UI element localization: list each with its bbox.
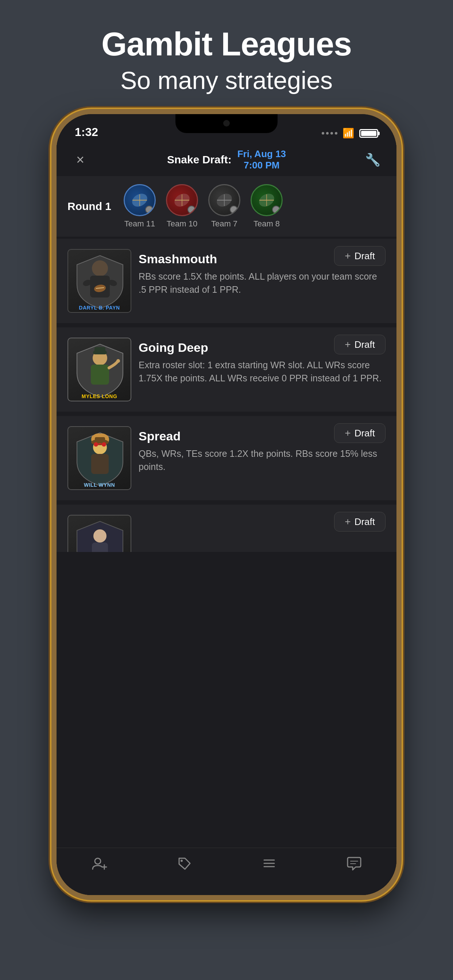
team-avatar-red [166, 184, 198, 216]
svg-rect-20 [94, 347, 105, 353]
status-icons: 📶 [322, 127, 378, 139]
strategy-desc-2: Extra roster slot: 1 extra starting WR s… [139, 358, 386, 385]
tab-tag[interactable] [162, 855, 206, 871]
tag-icon [176, 855, 192, 871]
svg-point-34 [180, 860, 183, 862]
phone-frame: 1:32 📶 × [51, 109, 402, 900]
character-myles: MYLES LONG [67, 337, 131, 401]
team-item-10[interactable]: Team 10 [166, 184, 198, 229]
header-title: Gambit Leagues [0, 25, 453, 63]
strategy-card-smashmouth: + Draft [57, 239, 396, 323]
wrench-icon: 🔧 [365, 153, 380, 167]
top-nav: × Snake Draft: Fri, Aug 13 7:00 PM 🔧 [57, 143, 396, 176]
chat-icon [346, 855, 362, 871]
header-subtitle: So many strategies [0, 66, 453, 94]
team-name-10: Team 10 [167, 219, 197, 229]
svg-rect-30 [92, 542, 108, 552]
strategy-card-spread: + Draft [57, 416, 396, 500]
strategy-desc-3: QBs, WRs, TEs score 1.2X the points. RBs… [139, 447, 386, 474]
character-daryl: DARYL B. PAYN [67, 249, 131, 313]
round-section: Round 1 Team 11 [57, 176, 396, 237]
team-avatar-dark [208, 184, 240, 216]
strategy-card-4: + Draft [57, 504, 396, 552]
svg-point-27 [94, 442, 98, 447]
nav-center: Snake Draft: Fri, Aug 13 7:00 PM [167, 148, 286, 171]
nav-title: Snake Draft: [167, 153, 231, 166]
battery-icon [359, 129, 378, 138]
header-area: Gambit Leagues So many strategies [0, 0, 453, 109]
svg-point-31 [95, 858, 100, 864]
char-name-will: WILL WYNN [68, 482, 131, 488]
tab-bar [57, 848, 396, 895]
signal-icon [322, 132, 337, 135]
settings-button[interactable]: 🔧 [364, 151, 382, 169]
team-avatar-green [250, 184, 283, 216]
svg-rect-26 [91, 454, 109, 474]
nav-date: Fri, Aug 13 7:00 PM [238, 148, 286, 171]
draft-label-3: Draft [354, 428, 375, 439]
strategies-list: + Draft [57, 239, 396, 848]
svg-point-28 [102, 442, 106, 447]
team-avatar-blue [124, 184, 156, 216]
plus-icon-4: + [345, 516, 351, 528]
plus-icon-1: + [345, 250, 351, 262]
svg-point-12 [92, 260, 108, 276]
team-item-8[interactable]: Team 8 [250, 184, 283, 229]
svg-point-22 [116, 359, 120, 363]
team-name-11: Team 11 [124, 219, 155, 229]
draft-button-3[interactable]: + Draft [334, 423, 386, 443]
char-name-myles: MYLES LONG [68, 393, 131, 399]
svg-rect-21 [91, 364, 109, 385]
team-name-7: Team 7 [211, 219, 238, 229]
draft-button-4[interactable]: + Draft [334, 512, 386, 531]
list-icon [261, 855, 277, 871]
teams-row: Team 11 Team 10 [124, 184, 283, 229]
status-time: 1:32 [75, 126, 98, 139]
draft-label-2: Draft [354, 339, 375, 350]
team-item-11[interactable]: Team 11 [124, 184, 156, 229]
tab-add-person[interactable] [77, 855, 121, 871]
close-button[interactable]: × [71, 151, 89, 169]
draft-label-1: Draft [354, 250, 375, 262]
draft-button-1[interactable]: + Draft [334, 246, 386, 266]
page-wrapper: Gambit Leagues So many strategies 1:32 📶 [0, 0, 453, 980]
team-item-7[interactable]: Team 7 [208, 184, 240, 229]
draft-button-2[interactable]: + Draft [334, 335, 386, 355]
tab-list[interactable] [247, 855, 291, 871]
round-label: Round 1 [67, 200, 115, 213]
wifi-icon: 📶 [343, 127, 354, 139]
character-4 [67, 515, 131, 552]
strategy-desc-1: RBs score 1.5X the points. ALL players o… [139, 270, 386, 296]
plus-icon-2: + [345, 339, 351, 350]
svg-point-29 [93, 530, 107, 542]
plus-icon-3: + [345, 427, 351, 439]
character-will: WILL WYNN [67, 426, 131, 490]
draft-label-4: Draft [354, 516, 375, 528]
add-person-icon [91, 855, 107, 871]
team-name-8: Team 8 [254, 219, 280, 229]
char-name-daryl: DARYL B. PAYN [68, 305, 131, 310]
tab-chat[interactable] [332, 855, 376, 871]
strategy-card-goingdeep: + Draft [57, 328, 396, 412]
app-content: × Snake Draft: Fri, Aug 13 7:00 PM 🔧 Rou… [57, 143, 396, 895]
